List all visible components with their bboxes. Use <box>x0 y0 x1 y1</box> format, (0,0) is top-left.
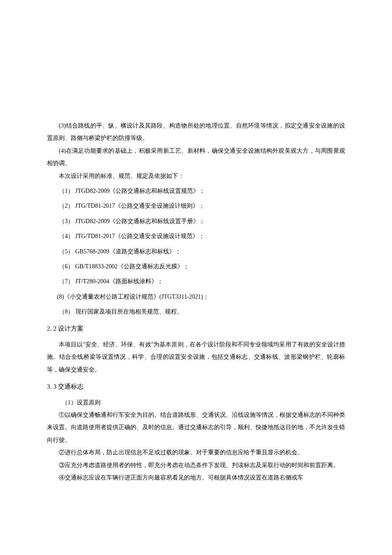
standards-intro: 本次设计采用的标准、规范、规定及依据如下： <box>47 170 345 182</box>
standard-item-3: （3） JTGD82-2009《公路交通标志和标线设置手册》； <box>47 215 345 227</box>
standard-item-4: （4） JTG/TD81-2017《公路交通安全设施设计规范》； <box>47 230 345 242</box>
section-3-sub1-item-4: ④交通标志应设在车辆行进正面方向最容易看见的地方。可根据具体情况设置在道路右侧或… <box>47 471 345 484</box>
section-2-body: 本项目以"安全、经济、环保、有效"为基本原则，在各个设计阶段和不同专业领域均采用… <box>47 338 345 376</box>
standard-item-8b: （8） 现行国家及项目所在地相关规范、规程。 <box>47 305 345 318</box>
standard-item-7: （7） JT/T280-2004《路面标线涂料》； <box>47 275 345 288</box>
paragraph-item-4: (4)在满足功能要求的基础上，积极采用新工艺、新材料，确保交通安全设施结构外观美… <box>47 145 345 170</box>
section-3-heading: 3. 3 交通标志 <box>47 380 345 394</box>
section-3-sub1-item-3: ③应充分考虑道路使用者的特性，即充分考虑在动态条件下发现、判读标志及采取行动的时… <box>47 459 345 471</box>
standard-item-5: （5） GB5768-2009《道路交通标志和标线》； <box>47 245 345 258</box>
standard-item-1: （1） JTGD82-2009《公路交通标志和标线设置规范》； <box>47 185 345 197</box>
section-3-sub1-title: （1）设置原则 <box>47 396 345 409</box>
standard-item-6: （6） GB/T18833-2002《公路交通标志反光膜》； <box>47 260 345 273</box>
paragraph-item-3: (3)结合路线的平、纵、横设计及其路段、构造物所处的地理位置、自然环境等情况，拟… <box>47 119 345 145</box>
standard-item-2: （2） JTG/TD81-2017《公路交通安全设施设计细则》； <box>47 200 345 212</box>
section-3-sub1-item-2: ②进行总体布局，防止出现信息不足或过载的现象。对于重要的信息应给予重且显示的机会… <box>47 446 345 459</box>
section-2-heading: 2. 2 设计方案 <box>47 322 345 336</box>
standard-item-8a: (8)《小交通量农村公路工程设计规范》(JTGT3311-2021)； <box>47 291 345 303</box>
section-3-sub1-item-1: ①以确保交通畅通和行车安全为目的。结合道路线形、交通状况、沿线设施等情况，根据交… <box>47 409 345 446</box>
